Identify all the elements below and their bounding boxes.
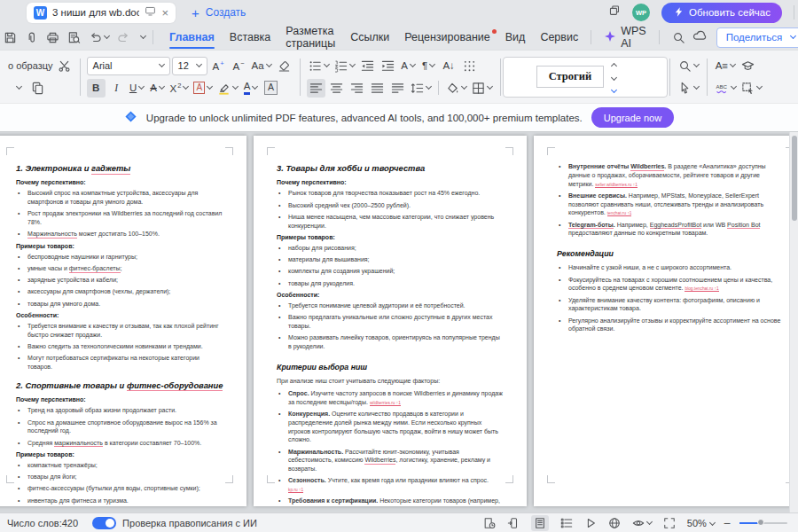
menu-tab-review[interactable]: Рецензирование <box>397 25 497 50</box>
save-icon[interactable] <box>4 31 17 44</box>
menu-tab-tools[interactable]: Сервис <box>533 25 585 50</box>
user-avatar[interactable]: WP <box>632 4 650 21</box>
font-color-button[interactable]: A <box>241 79 260 98</box>
zoom-slider-handle[interactable] <box>757 519 764 526</box>
style-scroll-up-icon[interactable] <box>611 62 617 68</box>
underline-button[interactable]: U <box>128 79 146 98</box>
line-spacing-button[interactable] <box>409 79 433 98</box>
justify-button[interactable] <box>368 79 387 98</box>
search-icon[interactable] <box>665 25 692 50</box>
zoom-dropdown-chevron[interactable] <box>709 520 716 526</box>
highlight-color-button[interactable] <box>215 79 239 98</box>
increase-font-size-icon[interactable]: A+ <box>209 57 228 75</box>
web-layout-icon[interactable] <box>608 517 621 529</box>
monitor-icon[interactable] <box>145 4 156 20</box>
decrease-indent-button[interactable] <box>358 57 377 75</box>
decrease-font-size-icon[interactable]: A− <box>230 57 248 75</box>
document-tab[interactable]: W 3 ниши для wb.docx × <box>27 3 176 23</box>
paragraph-mark-button[interactable]: ¶ <box>419 57 438 75</box>
cloud-sync-icon[interactable] <box>692 28 707 46</box>
spell-check-button[interactable]: ABC <box>714 79 738 98</box>
cut-icon[interactable] <box>55 57 74 75</box>
window-restore-icon[interactable] <box>608 4 621 20</box>
doc-bullet-item: •умные часы и фитнес-браслеты; <box>16 264 223 273</box>
zoom-level[interactable]: 50% <box>687 518 707 528</box>
align-left-button[interactable] <box>307 79 325 98</box>
font-size-select[interactable]: 12 <box>172 57 207 75</box>
font-family-select[interactable]: Arial <box>87 57 170 75</box>
doc-bullet-item: •фитнес-аксессуары (бутылки для воды, сп… <box>16 484 223 493</box>
page-history-icon[interactable] <box>483 517 496 529</box>
share-button[interactable]: Поделиться <box>716 27 798 48</box>
outline-view-icon[interactable] <box>560 517 573 529</box>
update-now-button[interactable]: Обновить сейчас <box>661 3 782 23</box>
doc-bullet-item: •Маржинальность. Рассчитайте юнит-эконом… <box>277 448 504 473</box>
shading-color-button[interactable] <box>444 79 468 98</box>
page-2[interactable]: 3. Товары для хобби и творчестваПочему п… <box>254 136 527 506</box>
zoom-slider[interactable] <box>739 522 787 524</box>
style-gallery-expand-icon[interactable] <box>611 86 617 92</box>
sort-button[interactable]: А↓ <box>440 57 458 75</box>
upgrade-now-button[interactable]: Upgrade now <box>591 107 674 128</box>
undo-icon[interactable] <box>89 31 109 44</box>
format-painter-dropdown[interactable] <box>8 79 27 98</box>
align-right-button[interactable] <box>348 79 366 98</box>
doc-label: Особенности: <box>277 291 504 300</box>
print-layout-icon[interactable] <box>531 515 549 531</box>
borders-button[interactable] <box>470 79 494 98</box>
style-item-selected[interactable]: Строгий <box>536 66 604 88</box>
more-commands-icon[interactable] <box>138 36 145 38</box>
page-3[interactable]: •Внутренние отчёты Wildberries. В раздел… <box>534 136 798 506</box>
find-replace-button[interactable] <box>677 57 700 75</box>
menu-tab-insert[interactable]: Вставка <box>223 25 278 50</box>
print-preview-icon[interactable] <box>67 31 81 44</box>
menu-tab-wps-ai[interactable]: WPS AI <box>597 25 653 50</box>
mobile-view-icon[interactable] <box>507 517 520 529</box>
reading-view-icon[interactable] <box>584 517 597 529</box>
menu-tab-references[interactable]: Ссылки <box>343 25 396 50</box>
spellcheck-toggle[interactable] <box>92 517 116 529</box>
document-area[interactable]: 1. Электроника и гаджетыПочему перспекти… <box>0 131 798 512</box>
select-button[interactable] <box>677 79 700 98</box>
doc-bullet-item: •Требования к сертификации. Некоторые ка… <box>277 497 504 506</box>
fullscreen-icon[interactable] <box>663 517 676 529</box>
paste-icon[interactable] <box>28 79 47 98</box>
strikethrough-button[interactable]: A <box>148 79 167 98</box>
screen-select-button[interactable] <box>739 79 763 98</box>
divider <box>591 30 591 44</box>
new-document-button[interactable]: + Создать <box>192 6 246 20</box>
italic-button[interactable]: I <box>107 79 126 98</box>
menu-tab-page-layout[interactable]: Разметка страницы <box>278 25 342 50</box>
text-direction-button[interactable]: A <box>399 57 418 75</box>
show-grid-button[interactable] <box>460 57 479 75</box>
zoom-out-icon[interactable]: − <box>724 517 731 529</box>
learning-tools-button[interactable] <box>739 57 757 75</box>
align-center-button[interactable] <box>327 79 346 98</box>
bold-button[interactable]: B <box>87 79 106 98</box>
toolbar-group-font: Arial12A+A−AaBIUAX2AAA <box>82 57 298 98</box>
pin-document-icon[interactable] <box>25 31 38 44</box>
increase-indent-button[interactable] <box>379 57 397 75</box>
page-1[interactable]: 1. Электроника и гаджетыПочему перспекти… <box>0 136 246 506</box>
menu-tab-home[interactable]: Главная <box>162 25 222 50</box>
menu-tab-view[interactable]: Вид <box>498 25 533 50</box>
toolbar-group-paragraph: A¶А↓ <box>302 57 498 98</box>
vertical-scrollbar[interactable] <box>789 132 798 512</box>
text-styles-button[interactable]: А≡ <box>714 57 737 75</box>
scrollbar-thumb[interactable] <box>792 136 797 221</box>
change-case-icon[interactable]: Aa <box>250 57 273 75</box>
doc-heading: 1. Электроника и гаджеты <box>16 162 223 174</box>
character-shading-button[interactable]: A <box>192 79 214 98</box>
character-border-button[interactable]: A <box>262 79 280 98</box>
bullet-list-button[interactable] <box>307 57 331 75</box>
clear-formatting-icon[interactable] <box>275 57 293 75</box>
style-gallery[interactable]: Строгий <box>503 57 668 98</box>
print-icon[interactable] <box>46 31 59 44</box>
distribute-button[interactable] <box>388 79 407 98</box>
numbered-list-button[interactable] <box>332 57 356 75</box>
redo-icon[interactable] <box>117 31 130 44</box>
style-scroll-down-icon[interactable] <box>611 74 617 81</box>
close-tab-icon[interactable]: × <box>161 7 168 19</box>
eye-protection-icon[interactable] <box>632 517 652 529</box>
superscript-button[interactable]: X2 <box>168 79 191 98</box>
